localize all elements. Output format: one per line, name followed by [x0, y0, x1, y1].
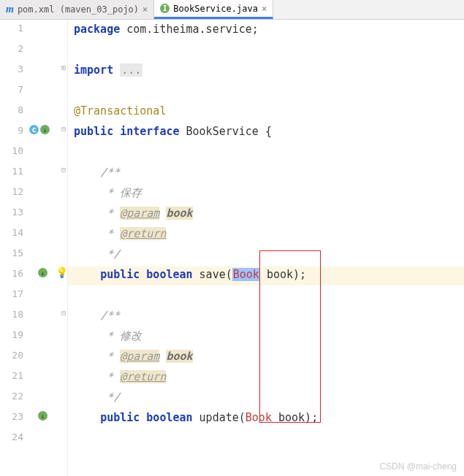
- code-line-error: public boolean save(Book book);: [68, 266, 464, 285]
- gutter-icons: [38, 411, 47, 421]
- code-line: * @return: [68, 370, 464, 383]
- tab-label: pom.xml (maven_03_pojo): [18, 4, 139, 15]
- code-line: */: [68, 391, 464, 404]
- tab-bookservice-java[interactable]: I BookService.java ×: [154, 0, 273, 19]
- close-icon[interactable]: ×: [262, 4, 267, 14]
- code-line: * @param book: [68, 207, 464, 220]
- tab-label: BookService.java: [173, 4, 258, 14]
- code-line: * 保存: [68, 186, 464, 200]
- line-number: 9: [0, 125, 23, 136]
- implementations-icon[interactable]: [38, 411, 47, 421]
- line-number: 22: [0, 391, 23, 402]
- line-number: 1: [0, 23, 23, 34]
- fold-icon[interactable]: ⊟: [61, 166, 66, 174]
- tab-bar: m pom.xml (maven_03_pojo) × I BookServic…: [0, 0, 464, 20]
- code-line: @Transactional: [68, 104, 464, 118]
- tab-pom-xml[interactable]: m pom.xml (maven_03_pojo) ×: [0, 0, 154, 19]
- code-line: public interface BookService {: [68, 125, 464, 138]
- line-number: 20: [0, 350, 23, 361]
- fold-icon[interactable]: ⊞: [61, 64, 66, 72]
- code-editor: m pom.xml (maven_03_pojo) × I BookServic…: [0, 0, 464, 476]
- line-number: 21: [0, 370, 23, 381]
- line-number: 24: [0, 431, 23, 442]
- line-number: 19: [0, 329, 23, 340]
- code-area[interactable]: package com.itheima.service; import ... …: [68, 20, 464, 476]
- code-line: /**: [68, 166, 464, 179]
- line-number: 12: [0, 186, 23, 197]
- error-type: Book: [232, 268, 260, 281]
- gutter-icons: [38, 268, 47, 277]
- code-line: import ...: [68, 64, 464, 77]
- interface-file-icon: I: [160, 4, 170, 13]
- fold-icon[interactable]: ⊟: [61, 125, 66, 133]
- code-line: * @param book: [68, 350, 464, 363]
- error-type: Book: [246, 411, 272, 424]
- line-number: 23: [0, 411, 23, 422]
- code-line: * @return: [68, 227, 464, 240]
- line-number: 13: [0, 207, 23, 218]
- code-line: public boolean update(Book book);: [68, 411, 464, 424]
- implementations-icon[interactable]: [40, 125, 50, 134]
- line-number: 2: [0, 43, 23, 54]
- line-number: 3: [0, 64, 23, 74]
- line-number: 15: [0, 247, 23, 258]
- component-icon[interactable]: c: [29, 125, 39, 134]
- line-number: 8: [0, 104, 23, 115]
- code-line: * 修改: [68, 329, 464, 343]
- line-number: 14: [0, 227, 23, 238]
- code-line: /**: [68, 309, 464, 322]
- line-number: 10: [0, 145, 23, 156]
- watermark: CSDN @mai-cheng: [379, 461, 457, 472]
- code-line: */: [68, 247, 464, 261]
- line-number: 7: [0, 84, 23, 95]
- maven-file-icon: m: [6, 4, 14, 15]
- line-number: 18: [0, 309, 23, 320]
- editor-body: 1 2 3 ⊞ 7 8 9 c ⊟ 10 11 ⊟ 12 13 14 15 16…: [0, 20, 464, 476]
- line-number: 17: [0, 288, 23, 299]
- code-line: package com.itheima.service;: [68, 23, 464, 36]
- implementations-icon[interactable]: [38, 268, 47, 277]
- fold-icon[interactable]: ⊟: [61, 309, 66, 317]
- gutter-icons: c: [29, 125, 50, 134]
- line-number: 16: [0, 268, 23, 279]
- close-icon[interactable]: ×: [142, 4, 148, 15]
- intention-bulb-icon[interactable]: 💡: [56, 266, 68, 278]
- line-number: 11: [0, 166, 23, 177]
- gutter: 1 2 3 ⊞ 7 8 9 c ⊟ 10 11 ⊟ 12 13 14 15 16…: [0, 20, 68, 476]
